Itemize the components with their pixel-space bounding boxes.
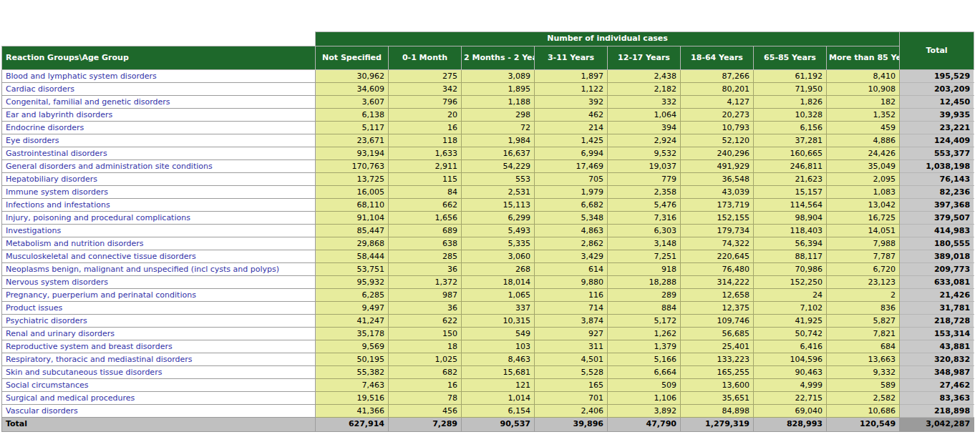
row-label[interactable]: Ear and labyrinth disorders xyxy=(2,108,316,121)
row-total-value: 389,018 xyxy=(900,250,974,262)
cell-value: 6,682 xyxy=(535,198,608,211)
totals-cell-value: 39,896 xyxy=(535,417,608,431)
cell-value: 240,296 xyxy=(681,147,754,159)
cell-value: 87,266 xyxy=(681,69,754,82)
row-total-value: 397,368 xyxy=(900,198,974,211)
cell-value: 1,122 xyxy=(535,82,608,95)
row-label[interactable]: General disorders and administration sit… xyxy=(2,159,316,172)
row-label[interactable]: Social circumstances xyxy=(2,378,316,391)
row-label[interactable]: Metabolism and nutrition disorders xyxy=(2,237,316,250)
cell-value: 41,925 xyxy=(754,314,827,327)
row-label[interactable]: Respiratory, thoracic and mediastinal di… xyxy=(2,353,316,365)
cell-value: 16,725 xyxy=(827,211,900,224)
row-label[interactable]: Investigations xyxy=(2,224,316,237)
row-label[interactable]: Blood and lymphatic system disorders xyxy=(2,69,316,82)
totals-cell-value: 90,537 xyxy=(462,417,535,431)
row-total-value: 414,983 xyxy=(900,224,974,237)
cell-value: 7,251 xyxy=(608,250,681,262)
table-row: Injury, poisoning and procedural complic… xyxy=(2,211,974,224)
cell-value: 6,416 xyxy=(754,340,827,353)
cell-value: 6,138 xyxy=(316,108,389,121)
cell-value: 36 xyxy=(389,262,462,275)
cell-value: 13,725 xyxy=(316,172,389,185)
cell-value: 6,299 xyxy=(462,211,535,224)
row-total-value: 124,409 xyxy=(900,134,974,147)
cell-value: 298 xyxy=(462,108,535,121)
cell-value: 638 xyxy=(389,237,462,250)
cell-value: 160,665 xyxy=(754,147,827,159)
cell-value: 19,516 xyxy=(316,391,389,404)
cell-value: 1,656 xyxy=(389,211,462,224)
cell-value: 7,821 xyxy=(827,327,900,340)
cell-value: 509 xyxy=(608,378,681,391)
cell-value: 796 xyxy=(389,95,462,108)
row-label[interactable]: Neoplasms benign, malignant and unspecif… xyxy=(2,262,316,275)
cell-value: 165,255 xyxy=(681,365,754,378)
row-label[interactable]: Reproductive system and breast disorders xyxy=(2,340,316,353)
row-label[interactable]: Renal and urinary disorders xyxy=(2,327,316,340)
cell-value: 15,681 xyxy=(462,365,535,378)
cell-value: 8,463 xyxy=(462,353,535,365)
cell-value: 114,564 xyxy=(754,198,827,211)
cell-value: 4,127 xyxy=(681,95,754,108)
cell-value: 6,664 xyxy=(608,365,681,378)
cell-value: 10,793 xyxy=(681,121,754,134)
table-row: Renal and urinary disorders35,1781505499… xyxy=(2,327,974,340)
row-label[interactable]: Immune system disorders xyxy=(2,185,316,198)
cell-value: 5,166 xyxy=(608,353,681,365)
cell-value: 41,247 xyxy=(316,314,389,327)
row-label[interactable]: Eye disorders xyxy=(2,134,316,147)
table-row: Immune system disorders16,005842,5311,97… xyxy=(2,185,974,198)
row-label[interactable]: Nervous system disorders xyxy=(2,275,316,288)
cell-value: 10,328 xyxy=(754,108,827,121)
cell-value: 61,192 xyxy=(754,69,827,82)
cell-value: 68,110 xyxy=(316,198,389,211)
cell-value: 705 xyxy=(535,172,608,185)
column-header: Not Specified xyxy=(316,46,389,69)
cell-value: 20 xyxy=(389,108,462,121)
cell-value: 4,999 xyxy=(754,378,827,391)
cell-value: 5,528 xyxy=(535,365,608,378)
row-label[interactable]: Gastrointestinal disorders xyxy=(2,147,316,159)
cell-value: 35,178 xyxy=(316,327,389,340)
cell-value: 150 xyxy=(389,327,462,340)
table-row: Respiratory, thoracic and mediastinal di… xyxy=(2,353,974,365)
row-label[interactable]: Infections and infestations xyxy=(2,198,316,211)
grand-total-value: 3,042,287 xyxy=(900,417,974,431)
row-label[interactable]: Musculoskeletal and connective tissue di… xyxy=(2,250,316,262)
row-label[interactable]: Product issues xyxy=(2,301,316,314)
cell-value: 165 xyxy=(535,378,608,391)
cases-table: Number of individual cases Total Reactio… xyxy=(1,31,974,432)
row-label[interactable]: Cardiac disorders xyxy=(2,82,316,95)
cases-band-header: Number of individual cases xyxy=(316,32,900,46)
cell-value: 9,497 xyxy=(316,301,389,314)
cell-value: 35,651 xyxy=(681,391,754,404)
band-header-row: Number of individual cases Total xyxy=(2,32,974,46)
cell-value: 88,117 xyxy=(754,250,827,262)
row-label[interactable]: Surgical and medical procedures xyxy=(2,391,316,404)
row-label[interactable]: Skin and subcutaneous tissue disorders xyxy=(2,365,316,378)
cell-value: 80,201 xyxy=(681,82,754,95)
row-label[interactable]: Injury, poisoning and procedural complic… xyxy=(2,211,316,224)
row-total-value: 76,143 xyxy=(900,172,974,185)
row-label[interactable]: Hepatobiliary disorders xyxy=(2,172,316,185)
row-label[interactable]: Pregnancy, puerperium and perinatal cond… xyxy=(2,288,316,301)
cell-value: 1,826 xyxy=(754,95,827,108)
cell-value: 43,039 xyxy=(681,185,754,198)
cell-value: 246,811 xyxy=(754,159,827,172)
cell-value: 1,984 xyxy=(462,134,535,147)
row-total-value: 218,898 xyxy=(900,404,974,417)
totals-cell-value: 120,549 xyxy=(827,417,900,431)
row-total-value: 43,881 xyxy=(900,340,974,353)
row-label[interactable]: Endocrine disorders xyxy=(2,121,316,134)
cell-value: 9,569 xyxy=(316,340,389,353)
cell-value: 394 xyxy=(608,121,681,134)
row-total-value: 218,728 xyxy=(900,314,974,327)
row-label[interactable]: Psychiatric disorders xyxy=(2,314,316,327)
cell-value: 456 xyxy=(389,404,462,417)
table-body: Blood and lymphatic system disorders30,9… xyxy=(2,69,974,431)
cell-value: 35,049 xyxy=(827,159,900,172)
row-label[interactable]: Congenital, familial and genetic disorde… xyxy=(2,95,316,108)
row-label[interactable]: Vascular disorders xyxy=(2,404,316,417)
cell-value: 70,986 xyxy=(754,262,827,275)
